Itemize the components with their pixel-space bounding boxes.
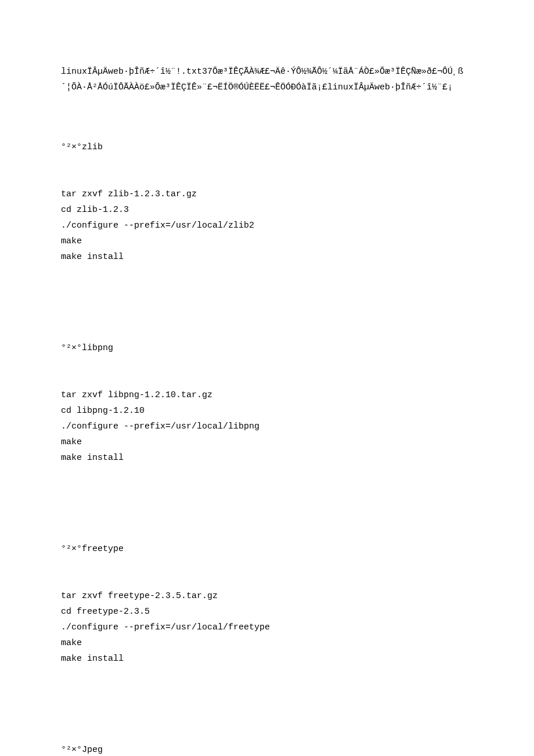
section-title: °²×°libpng bbox=[61, 340, 473, 356]
section-freetype: °²×°freetype tar zxvf freetype-2.3.5.tar… bbox=[61, 510, 473, 698]
section-libpng: °²×°libpng tar zxvf libpng-1.2.10.tar.gz… bbox=[61, 309, 473, 497]
document-page: linuxÏÂµÄweb·þÎñÆ÷´î½¨!.txt37Õæ³ÏÊÇÃÀ¾Æ£… bbox=[0, 0, 534, 756]
section-title: °²×°zlib bbox=[61, 139, 473, 155]
section-body: tar zxvf zlib-1.2.3.tar.gz cd zlib-1.2.3… bbox=[61, 186, 473, 265]
section-title: °²×°freetype bbox=[61, 541, 473, 557]
section-zlib: °²×°zlib tar zxvf zlib-1.2.3.tar.gz cd z… bbox=[61, 108, 473, 296]
section-body: tar zxvf libpng-1.2.10.tar.gz cd libpng-… bbox=[61, 387, 473, 466]
intro-paragraph: linuxÏÂµÄweb·þÎñÆ÷´î½¨!.txt37Õæ³ÏÊÇÃÀ¾Æ£… bbox=[61, 64, 473, 95]
section-body: tar zxvf freetype-2.3.5.tar.gz cd freety… bbox=[61, 588, 473, 667]
section-jpeg: °²×°Jpeg mkdir /usr/local/jpeg6 mkdir /u… bbox=[61, 711, 473, 756]
section-title: °²×°Jpeg bbox=[61, 742, 473, 756]
